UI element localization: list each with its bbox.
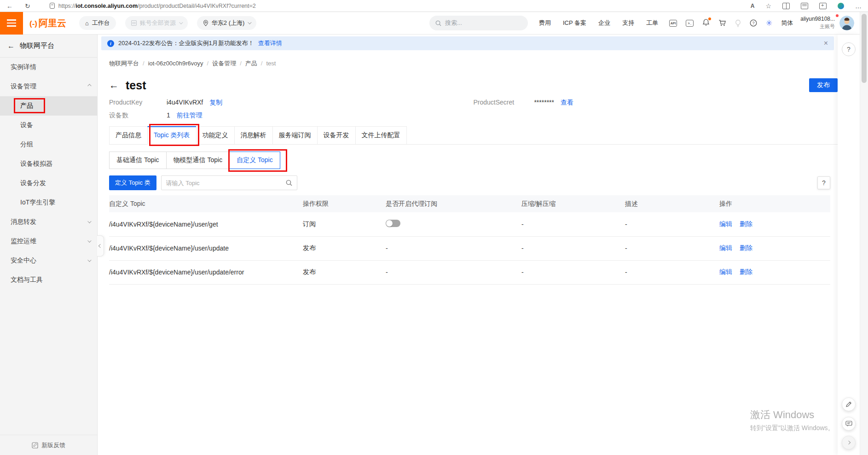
nav-item-support[interactable]: 支持 bbox=[622, 19, 634, 27]
page-back-icon[interactable]: ← bbox=[109, 80, 119, 91]
sidebar-item-product[interactable]: 产品 bbox=[0, 96, 97, 116]
nav-item-icp[interactable]: ICP 备案 bbox=[563, 19, 586, 27]
nav-item-enterprise[interactable]: 企业 bbox=[598, 19, 610, 27]
expand-float-button[interactable] bbox=[842, 436, 856, 449]
breadcrumb-item[interactable]: iot-06z00c0h9r6voyy bbox=[148, 60, 203, 67]
proxy-subscribe-toggle[interactable] bbox=[386, 220, 400, 227]
browser-profile-avatar[interactable] bbox=[838, 3, 844, 9]
info-icon: i bbox=[107, 40, 114, 47]
region-selector[interactable]: 华东2 (上海) bbox=[197, 16, 257, 30]
sidebar-collapse-handle[interactable] bbox=[97, 235, 104, 257]
copy-product-key-link[interactable]: 复制 bbox=[209, 99, 222, 106]
sidebar-item-monitoring-ops[interactable]: 监控运维 bbox=[0, 232, 97, 251]
help-button[interactable]: ? bbox=[817, 176, 830, 189]
page-title: test bbox=[126, 79, 146, 92]
language-switch[interactable]: 简体 bbox=[781, 19, 793, 27]
breadcrumb-item[interactable]: 物联网平台 bbox=[109, 60, 139, 67]
edit-link[interactable]: 编辑 bbox=[719, 268, 732, 275]
cloudshell-terminal-icon[interactable]: >_ bbox=[686, 20, 694, 27]
read-aloud-icon[interactable]: A bbox=[751, 3, 755, 9]
workbench-button[interactable]: ⌂ 工作台 bbox=[79, 16, 116, 30]
col-compression: 压缩/解压缩 bbox=[515, 195, 619, 212]
description-cell: - bbox=[619, 260, 713, 284]
edit-link[interactable]: 编辑 bbox=[719, 220, 732, 228]
banner-close-icon[interactable]: × bbox=[824, 39, 828, 47]
favorites-icon[interactable]: ☆ bbox=[765, 2, 771, 10]
sidebar-item-device-simulator[interactable]: 设备模拟器 bbox=[0, 154, 97, 174]
view-secret-link[interactable]: 查看 bbox=[561, 99, 573, 106]
nav-item-billing[interactable]: 费用 bbox=[539, 19, 551, 27]
collections-icon[interactable] bbox=[801, 3, 808, 9]
tab-file-upload-config[interactable]: 文件上传配置 bbox=[355, 126, 407, 144]
product-tabs: 产品信息 Topic 类列表 功能定义 消息解析 服务端订阅 设备开发 文件上传… bbox=[109, 126, 838, 145]
feedback-float-button[interactable] bbox=[842, 417, 856, 431]
breadcrumb-item[interactable]: 产品 bbox=[245, 60, 257, 67]
browser-back-icon[interactable]: ← bbox=[6, 2, 13, 10]
api-icon[interactable]: API bbox=[669, 20, 677, 27]
account-resources-dropdown[interactable]: 账号全部资源 bbox=[125, 16, 188, 30]
actions-cell: 编辑删除 bbox=[713, 236, 830, 260]
sidebar-item-instance-detail[interactable]: 实例详情 bbox=[0, 58, 97, 77]
global-search-input[interactable]: 搜索... bbox=[429, 16, 528, 30]
tab-server-subscription[interactable]: 服务端订阅 bbox=[272, 126, 317, 144]
edit-link[interactable]: 编辑 bbox=[719, 244, 732, 251]
delete-link[interactable]: 删除 bbox=[740, 220, 752, 228]
sidebar-item-docs-tools[interactable]: 文档与工具 bbox=[0, 270, 97, 290]
col-proxy-subscribe: 是否开启代理订阅 bbox=[380, 195, 515, 212]
sidebar-item-message-forwarding[interactable]: 消息转发 bbox=[0, 212, 97, 232]
search-icon[interactable] bbox=[286, 180, 292, 186]
tab-device-development[interactable]: 设备开发 bbox=[317, 126, 355, 144]
cart-icon[interactable] bbox=[718, 19, 726, 27]
sidebar-back-icon[interactable]: ← bbox=[7, 42, 15, 50]
manage-devices-link[interactable]: 前往管理 bbox=[177, 111, 203, 119]
sidebar-item-device-distribution[interactable]: 设备分发 bbox=[0, 174, 97, 193]
tab-topic-list[interactable]: Topic 类列表 bbox=[147, 126, 196, 144]
lightbulb-icon[interactable] bbox=[735, 19, 741, 27]
device-count-value: 1 bbox=[167, 111, 170, 119]
delete-link[interactable]: 删除 bbox=[740, 268, 752, 275]
page-scrollbar[interactable] bbox=[860, 12, 868, 455]
main-content: i 2024-01-22发布公告：企业版实例1月新功能发布！ 查看详情 × 物联… bbox=[98, 35, 868, 455]
product-key-label: ProductKey bbox=[109, 99, 165, 106]
split-screen-icon[interactable] bbox=[782, 3, 790, 9]
browser-refresh-icon[interactable]: ↻ bbox=[25, 2, 30, 10]
compression-cell: - bbox=[515, 236, 619, 260]
feedback-button[interactable]: 新版反馈 bbox=[0, 435, 97, 455]
aliyun-logo[interactable]: (-) 阿里云 bbox=[29, 17, 66, 29]
tab-message-parsing[interactable]: 消息解析 bbox=[234, 126, 272, 144]
col-actions: 操作 bbox=[713, 195, 830, 212]
extensions-icon[interactable] bbox=[819, 3, 827, 9]
delete-link[interactable]: 删除 bbox=[740, 244, 752, 251]
address-bar[interactable]: https://iot.console.aliyun.com/product/p… bbox=[50, 3, 256, 9]
sidebar-item-group[interactable]: 分组 bbox=[0, 135, 97, 154]
breadcrumb-item[interactable]: 设备管理 bbox=[212, 60, 236, 67]
edit-float-button[interactable] bbox=[842, 397, 856, 411]
publish-button[interactable]: 发布 bbox=[809, 78, 838, 92]
hamburger-menu-button[interactable] bbox=[0, 12, 23, 35]
site-info-icon[interactable] bbox=[50, 3, 55, 9]
subtab-model-topic[interactable]: 物模型通信 Topic bbox=[166, 152, 230, 169]
tab-product-info[interactable]: 产品信息 bbox=[109, 126, 147, 144]
table-row: /i4u4VIKvRXf/${deviceName}/user/update/e… bbox=[109, 260, 830, 284]
topic-search-input[interactable] bbox=[166, 180, 286, 187]
partner-star-icon[interactable]: ✳ bbox=[766, 18, 772, 28]
subtab-custom-topic[interactable]: 自定义 Topic bbox=[229, 152, 280, 169]
subtab-basic-topic[interactable]: 基础通信 Topic bbox=[109, 152, 167, 169]
scrollbar-thumb[interactable] bbox=[862, 14, 867, 83]
account-info[interactable]: aliyun98108... 主账号 bbox=[800, 16, 835, 30]
tab-feature-definition[interactable]: 功能定义 bbox=[196, 126, 234, 144]
notifications-bell-icon[interactable] bbox=[702, 18, 710, 28]
sidebar-item-iot-twin-engine[interactable]: IoT孪生引擎 bbox=[0, 193, 97, 212]
sidebar-item-device-management[interactable]: 设备管理 bbox=[0, 77, 97, 96]
topic-cell: /i4u4VIKvRXf/${deviceName}/user/get bbox=[109, 212, 297, 236]
sidebar-item-security-center[interactable]: 安全中心 bbox=[0, 251, 97, 270]
avatar[interactable] bbox=[839, 16, 854, 30]
sidebar-title: 物联网平台 bbox=[20, 41, 54, 50]
sidebar-item-device[interactable]: 设备 bbox=[0, 116, 97, 135]
more-menu-icon[interactable]: … bbox=[855, 2, 862, 10]
nav-item-tickets[interactable]: 工单 bbox=[646, 19, 658, 27]
help-float-button[interactable]: ? bbox=[842, 42, 856, 56]
announcement-detail-link[interactable]: 查看详情 bbox=[258, 39, 282, 47]
help-circle-icon[interactable]: ? bbox=[750, 19, 757, 27]
define-topic-button[interactable]: 定义 Topic 类 bbox=[109, 175, 156, 190]
